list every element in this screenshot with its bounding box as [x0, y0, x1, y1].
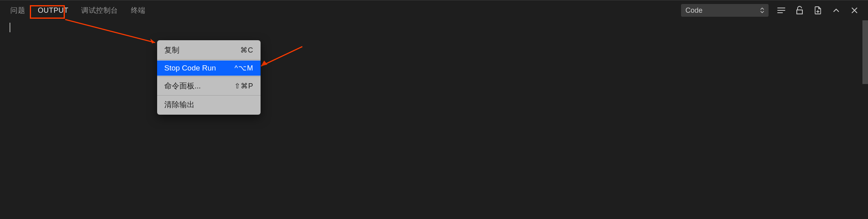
menu-separator [157, 59, 261, 60]
unlock-icon[interactable] [794, 5, 805, 16]
svg-line-2 [261, 47, 302, 66]
vertical-scrollbar[interactable] [862, 20, 868, 84]
word-wrap-icon[interactable] [776, 5, 787, 16]
context-menu: 复制 ⌘C Stop Code Run ^⌥M 命令面板... ⇧⌘P 清除输出 [157, 40, 261, 115]
menu-item-clear-output[interactable]: 清除输出 [157, 96, 261, 113]
menu-item-copy[interactable]: 复制 ⌘C [157, 42, 261, 59]
output-channel-dropdown[interactable]: Code [681, 4, 769, 17]
tab-output[interactable]: OUTPUT [31, 3, 75, 18]
panel-toolbar-right: Code [681, 4, 864, 17]
dropdown-selected-label: Code [685, 6, 703, 15]
menu-item-shortcut: ⇧⌘P [234, 82, 253, 90]
menu-separator [157, 95, 261, 96]
menu-item-label: Stop Code Run [164, 64, 216, 72]
menu-item-stop-code-run[interactable]: Stop Code Run ^⌥M [157, 61, 261, 76]
menu-item-label: 清除输出 [164, 100, 195, 110]
svg-marker-3 [261, 61, 267, 66]
menu-item-label: 复制 [164, 45, 179, 55]
text-cursor [10, 23, 10, 32]
output-panel: 问题 OUTPUT 调试控制台 终端 Code [0, 0, 868, 219]
svg-marker-1 [150, 39, 155, 43]
menu-item-label: 命令面板... [164, 81, 201, 91]
panel-tabbar: 问题 OUTPUT 调试控制台 终端 Code [0, 0, 868, 20]
menu-item-shortcut: ⌘C [240, 46, 253, 55]
output-content[interactable] [0, 20, 868, 32]
menu-separator [157, 76, 261, 77]
menu-item-shortcut: ^⌥M [235, 64, 253, 72]
tab-problems[interactable]: 问题 [4, 2, 31, 18]
dropdown-arrows-icon [760, 8, 764, 13]
chevron-up-icon[interactable] [831, 5, 842, 16]
close-icon[interactable] [849, 5, 860, 16]
new-file-icon[interactable] [812, 5, 823, 16]
tab-terminal[interactable]: 终端 [125, 2, 152, 18]
annotation-arrow-2 [259, 44, 310, 72]
tab-debug-console[interactable]: 调试控制台 [75, 2, 125, 18]
menu-item-command-palette[interactable]: 命令面板... ⇧⌘P [157, 78, 261, 94]
